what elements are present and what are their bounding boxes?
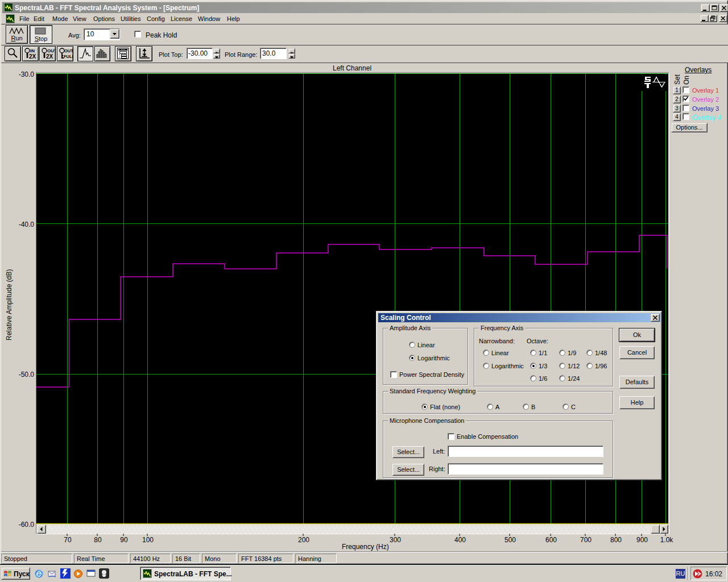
svg-text:2X: 2X xyxy=(46,53,53,60)
svg-text:FULL: FULL xyxy=(64,54,73,59)
svg-text:OUT: OUT xyxy=(64,48,73,53)
svg-text:IN: IN xyxy=(30,48,35,53)
svg-text:2X: 2X xyxy=(29,53,36,60)
svg-text:OUT: OUT xyxy=(47,48,55,53)
